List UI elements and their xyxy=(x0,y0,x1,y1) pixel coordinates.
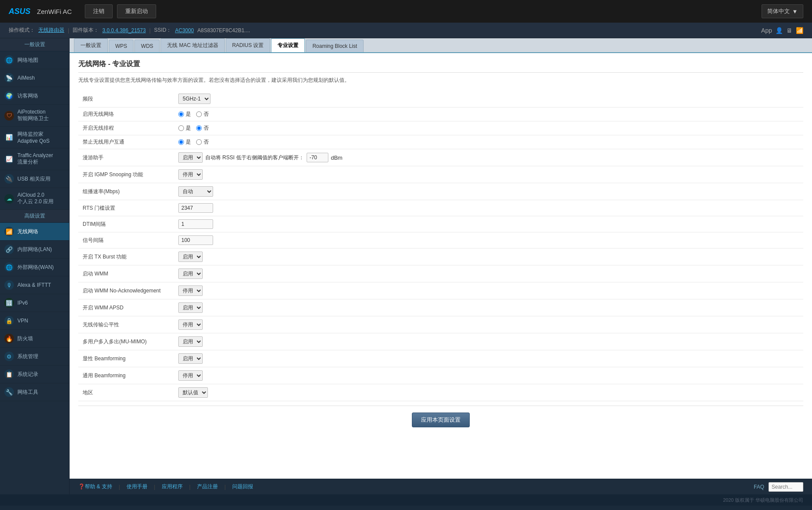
radio-enable-wireless: 是 否 xyxy=(178,111,799,118)
sidebar-item-aimesh[interactable]: 📡 AiMesh xyxy=(0,69,69,87)
radio-no-2[interactable]: 否 xyxy=(196,124,209,132)
radio-yes-3[interactable]: 是 xyxy=(178,138,191,146)
sidebar-item-guestnet[interactable]: 🌍 访客网络 xyxy=(0,87,69,105)
radio-yes-1[interactable]: 是 xyxy=(178,111,191,118)
sidebar-item-wan[interactable]: 🌐 外部网络(WAN) xyxy=(0,258,69,276)
language-selector[interactable]: 简体中文 ▼ xyxy=(762,4,803,18)
row-igmp-snooping: 开启 IGMP Snooping 功能 停用 启用 xyxy=(78,166,803,183)
sidebar-label-aimesh: AiMesh xyxy=(17,75,35,81)
sidebar: 一般设置 🌐 网络地图 📡 AiMesh 🌍 访客网络 🛡 AiProtecti… xyxy=(0,38,70,494)
monitor-icon[interactable]: 🖥 xyxy=(786,27,792,34)
sidebar-item-aicloud[interactable]: ☁ AiCloud 2.0个人云 2.0 应用 xyxy=(0,188,69,210)
input-rts[interactable] xyxy=(178,203,213,213)
help-link[interactable]: ❓帮助 & 支持 xyxy=(78,483,112,490)
label-rts: RTS 门槛设置 xyxy=(78,200,174,216)
input-beacon[interactable] xyxy=(178,235,213,245)
apply-button-row: 应用本页面设置 xyxy=(78,406,803,434)
select-explicit-beamforming[interactable]: 启用 停用 xyxy=(178,353,203,364)
register-link[interactable]: 产品注册 xyxy=(197,483,218,490)
sidebar-section-advanced: 高级设置 xyxy=(0,210,69,223)
roaming-unit: dBm xyxy=(331,154,343,161)
shield-icon: 🛡 xyxy=(4,111,14,121)
select-mumimo[interactable]: 启用 停用 xyxy=(178,336,203,347)
label-implicit-beamforming: 通用 Beamforming xyxy=(78,367,174,384)
tab-wds[interactable]: WDS xyxy=(134,40,160,52)
sidebar-label-ipv6: IPv6 xyxy=(17,300,28,306)
roaming-helper-text: 自动将 RSSI 低于右侧阈值的客户端断开： xyxy=(205,154,304,161)
sidebar-label-wangluoditu: 网络地图 xyxy=(17,57,38,64)
sidebar-item-aiprotection[interactable]: 🛡 AiProtection智能网络卫士 xyxy=(0,105,69,127)
select-airtime-fairness[interactable]: 停用 启用 xyxy=(178,319,203,330)
person-icon[interactable]: 👤 xyxy=(775,27,783,34)
alexa-icon: 🎙 xyxy=(4,280,14,290)
sidebar-label-usb: USB 相关应用 xyxy=(17,175,50,183)
mode-link[interactable]: 无线路由器 xyxy=(38,27,64,34)
select-region[interactable]: 默认值 xyxy=(178,387,208,398)
faq-search-input[interactable] xyxy=(769,482,803,492)
input-dtim[interactable] xyxy=(178,219,213,229)
sidebar-item-sysadmin[interactable]: ⚙ 系统管理 xyxy=(0,348,69,366)
sidebar-item-ipv6[interactable]: 🔢 IPv6 xyxy=(0,294,69,312)
radio-yes-2[interactable]: 是 xyxy=(178,124,191,132)
wifi-icon[interactable]: 📶 xyxy=(796,27,803,34)
sidebar-item-qos[interactable]: 📊 网络监控家 Adaptive QoS xyxy=(0,127,69,148)
page-content: 无线网络 - 专业设置 无线专业设置提供您意无线网络传输与效率方面的设置。若您没… xyxy=(70,53,812,479)
sidebar-item-nettool[interactable]: 🔧 网络工具 xyxy=(0,383,69,401)
select-pingjin[interactable]: 5GHz-1 2.4GHz 5GHz-2 xyxy=(178,94,211,104)
sidebar-item-syslog[interactable]: 📋 系统记录 xyxy=(0,366,69,383)
sidebar-item-vpn[interactable]: 🔒 VPN xyxy=(0,312,69,330)
tab-professional[interactable]: 专业设置 xyxy=(271,38,305,52)
select-igmp-snooping[interactable]: 停用 启用 xyxy=(178,169,203,180)
tab-roaming[interactable]: Roaming Block List xyxy=(306,40,364,52)
tab-wps[interactable]: WPS xyxy=(109,40,134,52)
firmware-link[interactable]: 3.0.0.4.386_21573 xyxy=(102,27,146,34)
usb-icon: 🔌 xyxy=(4,174,14,184)
register-button[interactable]: 注销 xyxy=(85,4,113,18)
apply-button[interactable]: 应用本页面设置 xyxy=(412,413,470,427)
select-tx-burst[interactable]: 启用 停用 xyxy=(178,252,203,262)
brand-name: ZenWiFi AC xyxy=(37,8,72,15)
row-enable-wireless: 启用无线网络 是 否 xyxy=(78,107,803,121)
select-wmm-noack[interactable]: 停用 启用 xyxy=(178,285,203,296)
ssid-link[interactable]: AC3000 xyxy=(175,27,194,34)
main-layout: 一般设置 🌐 网络地图 📡 AiMesh 🌍 访客网络 🛡 AiProtecti… xyxy=(0,38,812,494)
select-roaming-helper[interactable]: 启用 停用 xyxy=(178,152,203,163)
tab-general[interactable]: 一般设置 xyxy=(74,38,108,52)
copyright-bar: 2020 版权属于 华硕电脑股份有限公司 xyxy=(0,494,812,506)
select-wmm[interactable]: 启用 停用 xyxy=(178,268,203,279)
sidebar-item-wangluoditu[interactable]: 🌐 网络地图 xyxy=(0,51,69,69)
row-isolate-clients: 禁止无线用户互通 是 否 xyxy=(78,135,803,149)
select-wmm-apsd[interactable]: 启用 停用 xyxy=(178,302,203,313)
sidebar-item-wireless[interactable]: 📶 无线网络 xyxy=(0,223,69,241)
appstore-link[interactable]: 应用程序 xyxy=(162,483,183,490)
tab-macfilter[interactable]: 无线 MAC 地址过滤器 xyxy=(160,38,224,52)
top-bar: ASUS ZenWiFi AC 注销 重新启动 简体中文 ▼ xyxy=(0,0,812,23)
guest-icon: 🌍 xyxy=(4,91,14,101)
tab-radius[interactable]: RADIUS 设置 xyxy=(226,38,271,52)
row-rts: RTS 门槛设置 xyxy=(78,200,803,216)
row-tx-burst: 开启 TX Burst 功能 启用 停用 xyxy=(78,248,803,265)
label-wmm-apsd: 开启 WMM APSD xyxy=(78,299,174,316)
sidebar-item-alexa[interactable]: 🎙 Alexa & IFTTT xyxy=(0,276,69,294)
select-multicast-rate[interactable]: 自动 xyxy=(178,186,213,197)
feedback-link[interactable]: 问题回报 xyxy=(232,483,253,490)
radio-no-3[interactable]: 否 xyxy=(196,138,209,146)
sidebar-item-lan[interactable]: 🔗 内部网络(LAN) xyxy=(0,241,69,258)
wan-icon: 🌐 xyxy=(4,262,14,272)
radio-no-1[interactable]: 否 xyxy=(196,111,209,118)
label-roaming-helper: 漫游助手 xyxy=(78,149,174,166)
manual-link[interactable]: 使用手册 xyxy=(127,483,147,490)
sidebar-item-traffic[interactable]: 📈 Traffic Analyzer流量分析 xyxy=(0,148,69,170)
asus-logo: ASUS xyxy=(9,7,30,16)
row-dtim: DTIM间隔 xyxy=(78,216,803,232)
wireless-icon: 📶 xyxy=(4,227,14,236)
log-icon: 📋 xyxy=(4,369,14,379)
label-airtime-fairness: 无线传输公平性 xyxy=(78,316,174,333)
row-wireless-schedule: 开启无线排程 是 否 xyxy=(78,121,803,135)
roaming-rssi-input[interactable] xyxy=(307,153,328,162)
select-implicit-beamforming[interactable]: 停用 启用 xyxy=(178,370,203,381)
sidebar-item-firewall[interactable]: 🔥 防火墙 xyxy=(0,330,69,348)
restart-button[interactable]: 重新启动 xyxy=(117,4,156,18)
sidebar-label-nettool: 网络工具 xyxy=(17,389,38,396)
sidebar-item-usb[interactable]: 🔌 USB 相关应用 xyxy=(0,170,69,188)
